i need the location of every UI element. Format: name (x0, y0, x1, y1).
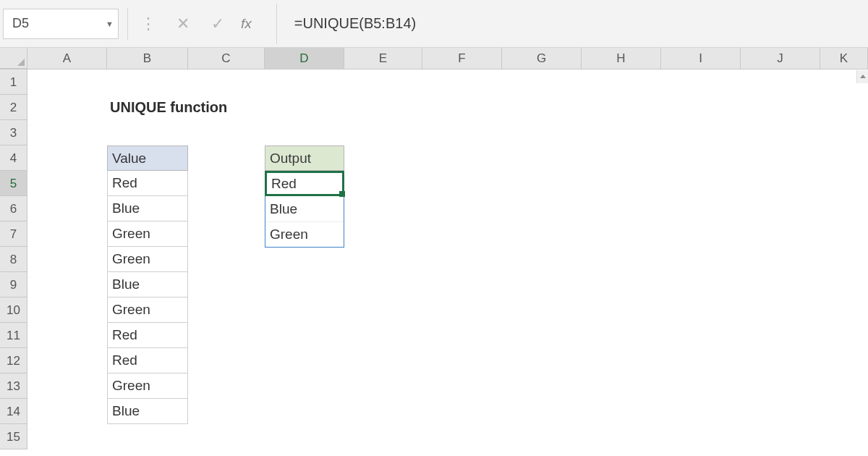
value-cell[interactable]: Blue (107, 196, 188, 221)
row-header-7[interactable]: 7 (0, 221, 27, 247)
separator (276, 4, 277, 44)
select-all-corner[interactable] (0, 48, 27, 69)
value-cell[interactable]: Green (107, 297, 188, 323)
value-cell[interactable]: Red (107, 348, 188, 373)
col-header-E[interactable]: E (344, 48, 422, 69)
row-header-3[interactable]: 3 (0, 120, 27, 145)
col-header-F[interactable]: F (422, 48, 502, 69)
value-cell[interactable]: Blue (107, 399, 188, 424)
value-header[interactable]: Value (107, 145, 188, 171)
col-header-C[interactable]: C (188, 48, 265, 69)
dots-icon[interactable]: ⋮ (137, 12, 160, 35)
row-header-4[interactable]: 4 (0, 145, 27, 171)
name-box[interactable]: D5 ▼ (3, 9, 119, 39)
formula-bar: D5 ▼ ⋮ ✕ ✓ fx =UNIQUE(B5:B14) (0, 0, 868, 48)
fx-icon[interactable]: fx (241, 16, 252, 32)
row-header-15[interactable]: 15 (0, 424, 27, 449)
name-box-value: D5 (12, 16, 29, 31)
row-header-13[interactable]: 13 (0, 373, 27, 399)
col-header-G[interactable]: G (502, 48, 582, 69)
rows-wrap: 1 2 3 4 5 6 7 8 9 10 11 12 13 14 15 UNIQ… (0, 69, 868, 449)
scroll-up-icon[interactable] (856, 70, 868, 83)
output-cell[interactable]: Blue (265, 196, 344, 221)
row-header-10[interactable]: 10 (0, 297, 27, 323)
row-headers: 1 2 3 4 5 6 7 8 9 10 11 12 13 14 15 (0, 69, 27, 449)
row-header-6[interactable]: 6 (0, 196, 27, 221)
row-header-12[interactable]: 12 (0, 348, 27, 373)
col-header-J[interactable]: J (741, 48, 820, 69)
chevron-down-icon[interactable]: ▼ (106, 20, 114, 28)
page-title: UNIQUE function (107, 95, 227, 120)
spill-range: Blue Green (265, 196, 344, 248)
value-cell[interactable]: Green (107, 247, 188, 272)
output-table: Output Red Blue Green (265, 145, 344, 248)
col-header-H[interactable]: H (582, 48, 661, 69)
col-header-D[interactable]: D (265, 48, 344, 69)
value-cell[interactable]: Blue (107, 272, 188, 297)
row-header-8[interactable]: 8 (0, 247, 27, 272)
value-cell[interactable]: Red (107, 171, 188, 196)
row-header-1[interactable]: 1 (0, 69, 27, 95)
col-header-B[interactable]: B (107, 48, 188, 69)
row-header-2[interactable]: 2 (0, 95, 27, 120)
col-header-I[interactable]: I (661, 48, 741, 69)
cancel-icon[interactable]: ✕ (171, 12, 195, 35)
col-header-K[interactable]: K (820, 48, 868, 69)
separator (127, 8, 128, 40)
spreadsheet-grid: A B C D E F G H I J K 1 2 3 4 5 6 7 8 9 … (0, 48, 868, 456)
column-headers: A B C D E F G H I J K (0, 48, 868, 69)
cells-area[interactable]: UNIQUE function Value Red Blue Green Gre… (27, 69, 868, 449)
output-header[interactable]: Output (265, 145, 344, 171)
value-cell[interactable]: Green (107, 373, 188, 399)
row-header-9[interactable]: 9 (0, 272, 27, 297)
active-cell[interactable]: Red (265, 171, 344, 196)
col-header-A[interactable]: A (27, 48, 107, 69)
row-header-5[interactable]: 5 (0, 171, 27, 196)
row-header-11[interactable]: 11 (0, 323, 27, 348)
output-cell[interactable]: Green (265, 221, 344, 247)
row-header-14[interactable]: 14 (0, 399, 27, 424)
value-cell[interactable]: Green (107, 221, 188, 247)
enter-icon[interactable]: ✓ (206, 12, 229, 35)
value-cell[interactable]: Red (107, 323, 188, 348)
formula-input[interactable]: =UNIQUE(B5:B14) (290, 9, 862, 39)
value-table: Value Red Blue Green Green Blue Green Re… (107, 145, 188, 424)
